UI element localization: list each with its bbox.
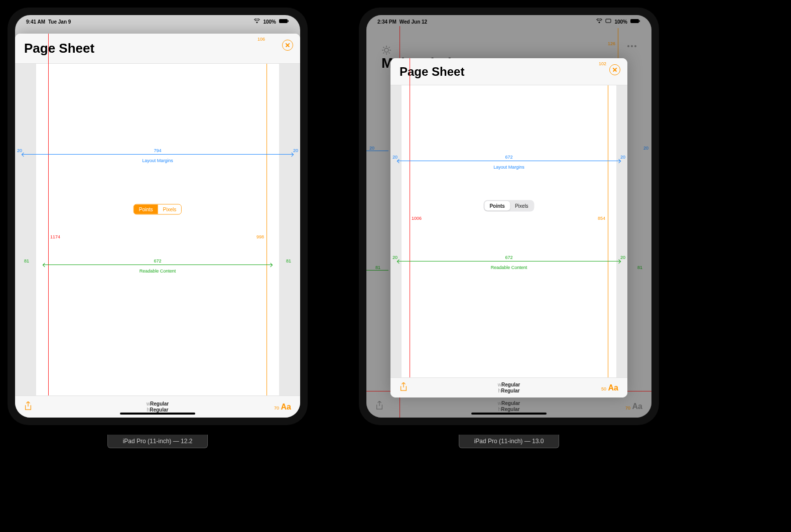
status-date: Wed Jun 12 — [400, 19, 427, 25]
meas-layout-margins-width: 794 — [154, 148, 161, 153]
svg-rect-2 — [606, 19, 611, 23]
bg-guide-readable-left — [370, 270, 388, 271]
svg-rect-1 — [288, 20, 289, 22]
screen: 2:34 PM Wed Jun 12 100% Main Window — [366, 15, 651, 418]
text-size-icon[interactable]: Aa — [608, 383, 618, 392]
wifi-icon — [254, 19, 260, 25]
svg-rect-3 — [630, 19, 639, 23]
sheet-header: Page Sheet — [15, 34, 300, 64]
bg-guide-layout-right — [366, 151, 381, 151]
svg-line-11 — [389, 53, 390, 54]
label-layout-margins: Layout Margins — [493, 165, 524, 170]
meas-safe-bottom-orange: 70 — [274, 406, 279, 411]
page-sheet: Page Sheet 1174 998 794 Layout Margins 2… — [15, 34, 300, 418]
sheet-title: Page Sheet — [15, 41, 94, 56]
device-caption-left: iPad Pro (11-inch) — 12.2 — [8, 435, 308, 448]
inset-margin-left — [390, 85, 402, 377]
inset-margin-right — [616, 85, 627, 377]
guide-layout-margins — [398, 161, 620, 161]
status-time: 9:41 AM — [26, 19, 45, 25]
device-caption-right: iPad Pro (11-inch) — 13.0 — [359, 435, 659, 448]
svg-line-10 — [383, 47, 384, 48]
meas-safe-height-orange: 998 — [256, 234, 264, 239]
wifi-icon — [596, 19, 602, 25]
more-menu-icon[interactable] — [627, 45, 636, 47]
battery-percent: 100% — [263, 19, 276, 25]
guide-sheet-safe-orange — [608, 85, 608, 377]
bg-meas-layout-left: 20 — [369, 146, 374, 151]
text-size-icon[interactable]: Aa — [281, 403, 291, 412]
device-ipad-12-2: 9:41 AM Tue Jan 9 100% 20 Page Sheet — [8, 8, 308, 425]
close-button[interactable] — [282, 40, 293, 51]
status-date: Tue Jan 9 — [48, 19, 71, 25]
seg-pixels[interactable]: Pixels — [158, 205, 182, 214]
seg-pixels[interactable]: Pixels — [510, 201, 534, 211]
sheet-body: 1006 854 672 Layout Margins 20 20 672 Re… — [390, 85, 627, 377]
bg-guide-readable-right — [366, 270, 384, 271]
status-bar: 2:34 PM Wed Jun 12 100% — [366, 17, 651, 26]
guide-safe-height-orange — [267, 64, 267, 395]
bg-meas-readable-right: 81 — [637, 265, 642, 270]
label-readable-content: Readable Content — [140, 269, 176, 274]
svg-point-5 — [384, 48, 388, 52]
svg-rect-4 — [639, 20, 640, 22]
meas-readable-width: 672 — [154, 258, 161, 263]
screen: 9:41 AM Tue Jan 9 100% 20 Page Sheet — [15, 15, 300, 418]
seg-points[interactable]: Points — [484, 201, 510, 211]
svg-line-13 — [389, 47, 390, 48]
status-time: 2:34 PM — [377, 19, 397, 25]
label-readable-content: Readable Content — [491, 265, 528, 270]
sheet-footer: wRegular hRegular 50 Aa — [390, 377, 627, 397]
guide-sheet-height-red — [410, 58, 410, 397]
guide-layout-margins — [22, 154, 293, 155]
seg-points[interactable]: Points — [134, 205, 158, 214]
svg-line-12 — [383, 53, 384, 54]
share-icon[interactable] — [375, 401, 383, 412]
battery-icon — [630, 19, 640, 25]
home-indicator[interactable] — [120, 413, 195, 415]
bg-meas-safe-bottom-orange: 70 — [625, 406, 630, 411]
size-class-readout: wRegular hRegular — [147, 401, 169, 413]
inset-margin-left — [15, 64, 36, 395]
meas-full-height-red: 1174 — [50, 234, 60, 239]
meas-safe-bottom-orange: 50 — [601, 386, 606, 391]
guide-full-height-red — [48, 34, 49, 418]
units-segmented-control[interactable]: Points Pixels — [483, 200, 534, 212]
battery-percent: 100% — [614, 19, 627, 25]
bg-size-class-readout: wRegular hRegular — [498, 401, 520, 413]
meas-sheet-height-red: 1006 — [412, 216, 422, 221]
home-indicator[interactable] — [471, 413, 547, 415]
battery-icon — [279, 19, 289, 25]
label-layout-margins: Layout Margins — [142, 158, 173, 163]
bg-meas-safe-top-orange: 126 — [608, 41, 615, 46]
meas-layout-margins-width: 672 — [505, 155, 512, 160]
meas-readable-width: 672 — [505, 255, 512, 260]
meas-sheet-safe-orange: 854 — [598, 216, 605, 221]
device-ipad-13-0: 2:34 PM Wed Jun 12 100% Main Window — [359, 8, 659, 425]
sheet-title: Page Sheet — [390, 65, 464, 79]
status-bar: 9:41 AM Tue Jan 9 100% — [15, 17, 300, 26]
bg-meas-layout-right: 20 — [643, 146, 648, 151]
share-icon[interactable] — [400, 382, 408, 393]
page-sheet: Page Sheet 1006 854 672 Layout Margins 2… — [390, 58, 627, 397]
sheet-body: 1174 998 794 Layout Margins 20 20 672 Re… — [15, 64, 300, 395]
bg-meas-readable-left: 81 — [375, 265, 380, 270]
share-icon[interactable] — [24, 402, 32, 413]
inset-margin-right — [279, 64, 300, 395]
orientation-lock-icon — [605, 19, 611, 25]
size-class-readout: wRegular hRegular — [498, 382, 520, 394]
units-segmented-control[interactable]: Points Pixels — [134, 204, 182, 215]
guide-readable-content — [43, 264, 272, 265]
bg-guide-layout-left — [373, 151, 388, 151]
guide-readable-content — [398, 261, 620, 261]
sheet-header: Page Sheet — [390, 58, 627, 85]
svg-rect-0 — [279, 19, 288, 23]
close-button[interactable] — [609, 64, 620, 75]
text-size-icon[interactable]: Aa — [632, 402, 642, 411]
